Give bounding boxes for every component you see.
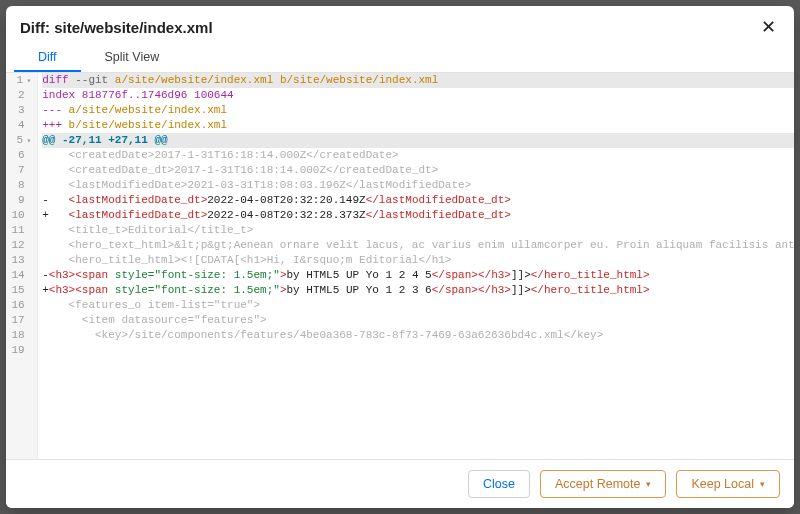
code-line: -<h3><span style="font-size: 1.5em;">by …: [42, 268, 794, 283]
line-number: 10: [10, 208, 31, 223]
close-button-label: Close: [483, 477, 515, 491]
code-line: <item datasource="features">: [42, 313, 794, 328]
line-number: 3: [10, 103, 31, 118]
code-line: <title_t>Editorial</title_t>: [42, 223, 794, 238]
line-number: 11: [10, 223, 31, 238]
diff-dialog: Diff: site/website/index.xml ✕ Diff Spli…: [6, 6, 794, 508]
fold-arrow-icon[interactable]: ▾: [23, 73, 31, 88]
line-number: 18: [10, 328, 31, 343]
dialog-header: Diff: site/website/index.xml ✕: [6, 6, 794, 44]
code-line: <createdDate_dt>2017-1-31T16:18:14.000Z<…: [42, 163, 794, 178]
chevron-down-icon: ▾: [760, 479, 765, 489]
code-line: [42, 343, 794, 358]
line-number: 9: [10, 193, 31, 208]
code-line: <features_o item-list="true">: [42, 298, 794, 313]
code-line: --- a/site/website/index.xml: [42, 103, 794, 118]
line-number: 2: [10, 88, 31, 103]
dialog-footer: Close Accept Remote ▾ Keep Local ▾: [6, 459, 794, 508]
code-line: <key>/site/components/features/4be0a368-…: [42, 328, 794, 343]
code-line: +++ b/site/website/index.xml: [42, 118, 794, 133]
line-number: 14: [10, 268, 31, 283]
line-number: 1▾: [10, 73, 31, 88]
fold-arrow-icon[interactable]: ▾: [23, 133, 31, 148]
line-number: 12: [10, 238, 31, 253]
code-line: index 818776f..1746d96 100644: [42, 88, 794, 103]
line-number: 8: [10, 178, 31, 193]
line-number: 5▾: [10, 133, 31, 148]
code-line: @@ -27,11 +27,11 @@: [42, 133, 794, 148]
code-line: <hero_title_html><![CDATA[<h1>Hi, I&rsqu…: [42, 253, 794, 268]
tab-split-view[interactable]: Split View: [81, 44, 184, 72]
dialog-title: Diff: site/website/index.xml: [20, 19, 213, 36]
close-button[interactable]: Close: [468, 470, 530, 498]
code-line: <lastModifiedDate>2021-03-31T18:08:03.19…: [42, 178, 794, 193]
code-lines: diff --git a/site/website/index.xml b/si…: [38, 73, 794, 459]
diff-code-viewer[interactable]: 1▾ 2 3 4 5▾ 6 7 8 9 10 11 12 13 14 15 16…: [6, 73, 794, 459]
close-icon[interactable]: ✕: [757, 16, 780, 38]
line-gutter: 1▾ 2 3 4 5▾ 6 7 8 9 10 11 12 13 14 15 16…: [6, 73, 38, 459]
code-line: <createdDate>2017-1-31T16:18:14.000Z</cr…: [42, 148, 794, 163]
tab-diff[interactable]: Diff: [14, 44, 81, 72]
accept-remote-label: Accept Remote: [555, 477, 640, 491]
line-number: 17: [10, 313, 31, 328]
tabs: Diff Split View: [6, 44, 794, 73]
code-line: diff --git a/site/website/index.xml b/si…: [42, 73, 794, 88]
keep-local-button[interactable]: Keep Local ▾: [676, 470, 780, 498]
line-number: 4: [10, 118, 31, 133]
code-line: +<h3><span style="font-size: 1.5em;">by …: [42, 283, 794, 298]
code-line: <hero_text_html>&lt;p&gt;Aenean ornare v…: [42, 238, 794, 253]
line-number: 19: [10, 343, 31, 358]
chevron-down-icon: ▾: [646, 479, 651, 489]
line-number: 15: [10, 283, 31, 298]
line-number: 6: [10, 148, 31, 163]
keep-local-label: Keep Local: [691, 477, 754, 491]
line-number: 13: [10, 253, 31, 268]
accept-remote-button[interactable]: Accept Remote ▾: [540, 470, 666, 498]
code-line: + <lastModifiedDate_dt>2022-04-08T20:32:…: [42, 208, 794, 223]
code-line: - <lastModifiedDate_dt>2022-04-08T20:32:…: [42, 193, 794, 208]
line-number: 7: [10, 163, 31, 178]
line-number: 16: [10, 298, 31, 313]
